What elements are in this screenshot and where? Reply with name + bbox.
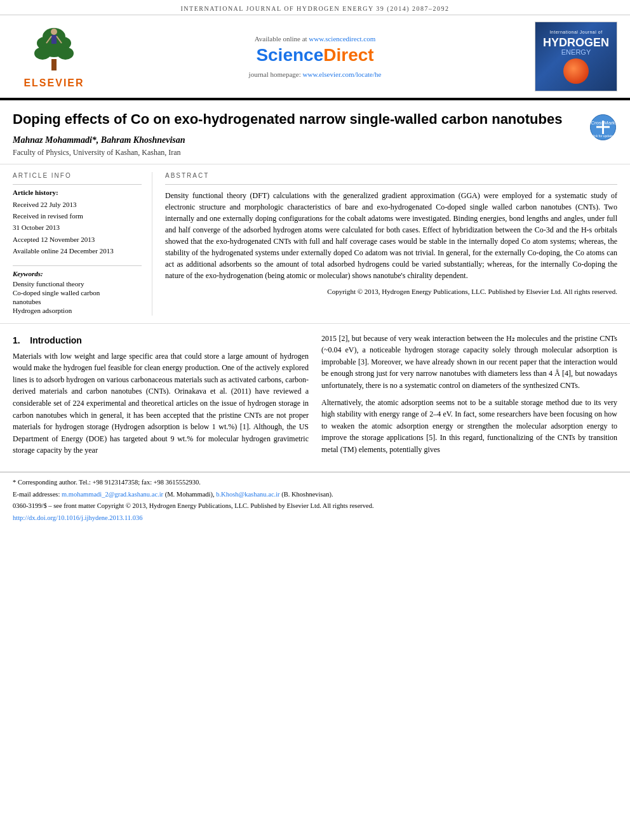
- homepage-link[interactable]: www.elsevier.com/locate/he: [303, 70, 382, 78]
- accepted-date: Accepted 12 November 2013: [13, 235, 142, 244]
- received-date: Received 22 July 2013: [13, 200, 142, 210]
- svg-rect-9: [51, 35, 57, 44]
- main-body-area: 1. Introduction Materials with low weigh…: [0, 324, 630, 462]
- svg-text:click for updates: click for updates: [591, 134, 615, 138]
- cover-energy-label: ENERGY: [561, 48, 591, 56]
- footnote-issn: 0360-3199/$ – see front matter Copyright…: [13, 501, 617, 511]
- body-left-column: 1. Introduction Materials with low weigh…: [13, 333, 309, 462]
- svg-point-6: [57, 47, 74, 60]
- sciencedirect-url[interactable]: www.sciencedirect.com: [309, 35, 375, 43]
- body-right-column: 2015 [2], but because of very weak inter…: [321, 333, 617, 462]
- footnote-corresponding: * Corresponding author. Tel.: +98 912314…: [13, 477, 617, 488]
- keywords-section: Keywords: Density functional theory Co-d…: [13, 265, 142, 314]
- svg-rect-7: [51, 59, 57, 70]
- journal-cover: International Journal of HYDROGEN ENERGY: [535, 22, 617, 91]
- received-revised-date: 31 October 2013: [13, 223, 142, 232]
- info-divider: [13, 184, 142, 185]
- intro-section-title: 1. Introduction: [13, 335, 309, 345]
- article-info-abstract-area: Article info Article history: Received 2…: [0, 164, 630, 324]
- intro-paragraph-1: Materials with low weight and large spec…: [13, 350, 309, 457]
- footnote-email: E-mail addresses: m.mohammadi_2@grad.kas…: [13, 490, 617, 500]
- intro-section-number: 1.: [13, 335, 20, 345]
- article-history-label: Article history:: [13, 189, 142, 196]
- elsevier-wordmark: ELSEVIER: [23, 77, 84, 89]
- cover-hydrogen-label: HYDROGEN: [543, 37, 609, 48]
- cover-circle-graphic: [563, 58, 589, 84]
- abstract-column: Abstract Density functional theory (DFT)…: [165, 172, 617, 316]
- article-title: Doping effects of Co on exo-hydrogenated…: [13, 110, 617, 129]
- article-info-header: Article info: [13, 172, 142, 179]
- keyword-1: Density functional theory: [13, 280, 142, 288]
- keywords-label: Keywords:: [13, 270, 142, 277]
- intro-paragraph-3: Alternatively, the atomic adsorption see…: [321, 397, 617, 456]
- doi-link[interactable]: http://dx.doi.org/10.1016/j.ijhydene.201…: [13, 514, 142, 521]
- crossmark-icon: CrossMark click for updates: [589, 113, 617, 142]
- email-link-1[interactable]: m.mohammadi_2@grad.kashanu.ac.ir: [62, 491, 163, 498]
- elsevier-logo-area: ELSEVIER: [13, 24, 95, 89]
- affiliation-line: Faculty of Physics, University of Kashan…: [13, 148, 617, 157]
- keyword-2: Co-doped single walled carbon: [13, 289, 142, 297]
- center-banner: Available online at www.sciencedirect.co…: [95, 35, 535, 78]
- article-title-section: CrossMark click for updates Doping effec…: [0, 100, 630, 164]
- available-online-date: Available online 24 December 2013: [13, 246, 142, 256]
- journal-homepage: journal homepage: www.elsevier.com/locat…: [108, 70, 522, 78]
- abstract-text: Density functional theory (DFT) calculat…: [165, 190, 617, 281]
- intro-paragraph-2: 2015 [2], but because of very weak inter…: [321, 333, 617, 392]
- elsevier-tree-icon: [29, 24, 79, 75]
- journal-header: International Journal of Hydrogen Energy…: [0, 0, 630, 15]
- article-info-column: Article info Article history: Received 2…: [13, 172, 152, 316]
- keywords-divider: [13, 265, 142, 266]
- received-revised-label: Received in revised form: [13, 211, 142, 221]
- intro-section-name: Introduction: [30, 335, 82, 345]
- svg-point-5: [34, 47, 51, 60]
- sciencedirect-logo: ScienceDirect: [108, 45, 522, 65]
- logo-banner: ELSEVIER Available online at www.science…: [0, 15, 630, 99]
- footnote-area: * Corresponding author. Tel.: +98 912314…: [0, 472, 630, 530]
- email-link-2[interactable]: b.Khosh@kashanu.ac.ir: [216, 491, 279, 498]
- authors-line: Mahnaz Mohammadi*, Bahram Khoshnevisan: [13, 135, 617, 145]
- keyword-3: nanotubes: [13, 298, 142, 305]
- abstract-header: Abstract: [165, 172, 617, 179]
- footnote-doi: http://dx.doi.org/10.1016/j.ijhydene.201…: [13, 513, 617, 523]
- copyright-line: Copyright © 2013, Hydrogen Energy Public…: [165, 286, 617, 297]
- crossmark-badge[interactable]: CrossMark click for updates: [589, 113, 617, 144]
- author-names: Mahnaz Mohammadi*, Bahram Khoshnevisan: [13, 135, 185, 145]
- keyword-4: Hydrogen adsorption: [13, 307, 142, 314]
- svg-point-8: [51, 29, 57, 35]
- available-online-text: Available online at www.sciencedirect.co…: [108, 35, 522, 43]
- cover-intl-label: International Journal of: [549, 29, 602, 35]
- abstract-divider: [165, 184, 617, 185]
